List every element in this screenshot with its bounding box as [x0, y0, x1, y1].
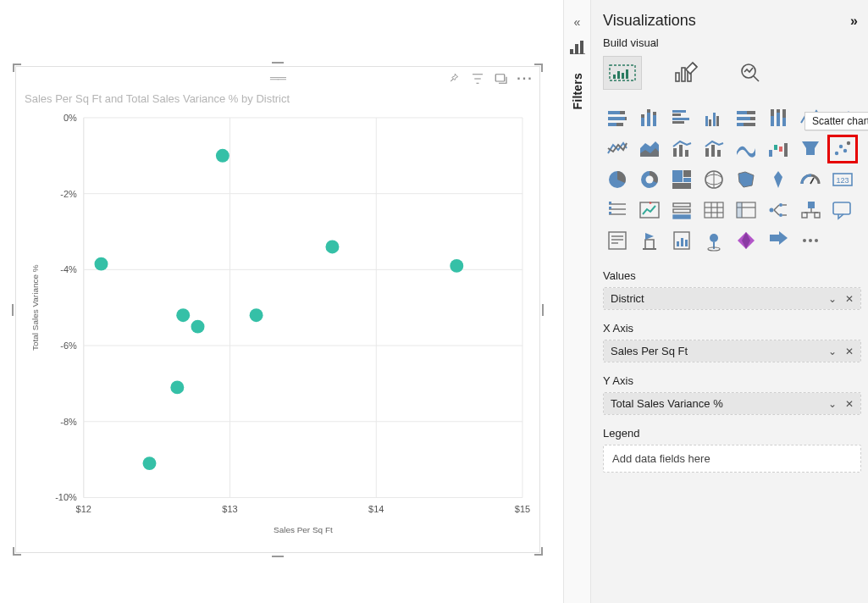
viz-type-gauge[interactable]: [796, 166, 825, 193]
viz-type-arcgis-map[interactable]: [699, 227, 728, 254]
viz-type-line-clustered[interactable]: [603, 136, 632, 163]
viz-type-clustered-column[interactable]: [699, 105, 728, 132]
svg-rect-29: [622, 73, 624, 79]
data-point[interactable]: [250, 308, 263, 322]
svg-point-114: [779, 203, 782, 207]
svg-rect-38: [620, 111, 625, 114]
collapse-pane-icon[interactable]: »: [850, 14, 858, 29]
viz-type-filled-map[interactable]: [732, 166, 760, 193]
remove-field-icon[interactable]: ✕: [845, 398, 854, 410]
data-point[interactable]: [176, 308, 190, 322]
data-point[interactable]: [216, 149, 229, 163]
viz-type-waterfall[interactable]: [764, 136, 793, 163]
svg-rect-110: [737, 202, 742, 218]
chevron-down-icon[interactable]: ⌄: [828, 293, 837, 305]
chevron-down-icon[interactable]: ⌄: [828, 346, 837, 357]
viz-type-slicer[interactable]: [667, 196, 696, 224]
viz-type-map[interactable]: [699, 166, 728, 193]
data-point[interactable]: [191, 320, 205, 334]
viz-type-key-influencers[interactable]: [796, 196, 825, 224]
viz-type-clustered-bar[interactable]: [667, 105, 696, 132]
data-point[interactable]: [450, 259, 463, 273]
svg-rect-74: [774, 145, 777, 150]
expand-filters-icon[interactable]: «: [574, 15, 581, 29]
focus-mode-icon[interactable]: [494, 71, 509, 86]
svg-text:-4%: -4%: [60, 264, 77, 274]
legend-label: Legend: [603, 427, 861, 440]
svg-rect-73: [769, 150, 772, 157]
viz-type-stacked-column[interactable]: [635, 105, 664, 132]
svg-text:$14: $14: [368, 504, 384, 514]
report-canvas[interactable]: ══ ··· Sales Per Sq Ft and Total Sales V…: [0, 0, 563, 603]
svg-rect-23: [575, 44, 578, 54]
filters-pane-collapsed[interactable]: « Filters: [563, 0, 590, 603]
viz-type-paginated-report[interactable]: [667, 227, 696, 254]
svg-text:0%: 0%: [64, 113, 77, 123]
svg-point-133: [710, 234, 718, 242]
pin-icon[interactable]: [446, 71, 462, 86]
viz-type-goals[interactable]: [635, 227, 664, 254]
viz-type-power-automate[interactable]: [764, 227, 793, 254]
data-point[interactable]: [325, 240, 339, 253]
xaxis-section: X Axis Sales Per Sq Ft ⌄✕: [603, 322, 861, 362]
viz-type-azure-map[interactable]: [764, 166, 793, 193]
scatter-chart[interactable]: 0%-2%-4%-6%-8%-10%$12$13$14$15Sales Per …: [25, 109, 531, 539]
yaxis-well[interactable]: Total Sales Variance % ⌄✕: [603, 392, 861, 415]
viz-type-multi-row-card[interactable]: [603, 196, 632, 224]
values-well[interactable]: District ⌄✕: [603, 287, 861, 310]
viz-type-ribbon[interactable]: [732, 136, 760, 163]
build-visual-tab[interactable]: [603, 56, 642, 90]
viz-type-smart-narrative[interactable]: [603, 227, 632, 254]
svg-point-111: [770, 208, 774, 213]
data-point[interactable]: [95, 257, 108, 271]
svg-rect-97: [609, 212, 611, 214]
viz-type-card[interactable]: 123: [828, 166, 857, 193]
viz-type-funnel[interactable]: [796, 136, 825, 163]
svg-rect-0: [495, 75, 505, 81]
viz-type-matrix[interactable]: [732, 196, 760, 224]
legend-section: Legend Add data fields here: [603, 427, 861, 473]
viz-type-scatter[interactable]: Scatter chart: [828, 136, 857, 163]
filter-icon[interactable]: [470, 71, 485, 86]
data-point[interactable]: [170, 380, 184, 394]
xaxis-field[interactable]: Sales Per Sq Ft: [611, 345, 688, 357]
viz-type-100-stacked-bar[interactable]: [732, 105, 760, 132]
svg-rect-86: [683, 178, 691, 182]
more-options-icon[interactable]: ···: [517, 71, 533, 86]
viz-type-power-apps[interactable]: [732, 227, 760, 254]
viz-type-kpi[interactable]: [635, 196, 664, 224]
viz-type-donut[interactable]: [635, 166, 664, 193]
values-field[interactable]: District: [611, 292, 644, 305]
viz-type-get-more-visuals[interactable]: [796, 227, 825, 254]
viz-type-pie[interactable]: [603, 166, 632, 193]
xaxis-well[interactable]: Sales Per Sq Ft ⌄✕: [603, 340, 861, 362]
visual-container[interactable]: ══ ··· Sales Per Sq Ft and Total Sales V…: [15, 66, 540, 553]
viz-type-stacked-bar[interactable]: [603, 105, 632, 132]
remove-field-icon[interactable]: ✕: [845, 346, 854, 357]
svg-rect-22: [570, 49, 573, 54]
viz-type-line-stacked-column[interactable]: [667, 136, 696, 163]
analytics-tab[interactable]: [732, 56, 771, 90]
svg-rect-56: [737, 111, 747, 114]
data-point[interactable]: [143, 456, 157, 470]
viz-type-decomposition-tree[interactable]: [764, 196, 793, 224]
viz-type-stacked-area[interactable]: [635, 136, 664, 163]
svg-rect-45: [647, 109, 650, 113]
svg-point-136: [809, 239, 812, 242]
viz-type-100-stacked-column[interactable]: [764, 105, 793, 132]
yaxis-field[interactable]: Total Sales Variance %: [611, 397, 723, 410]
chevron-down-icon[interactable]: ⌄: [828, 398, 837, 410]
format-visual-tab[interactable]: [667, 56, 706, 90]
viz-type-table[interactable]: [699, 196, 728, 224]
viz-type-line-clustered-column[interactable]: [699, 136, 728, 163]
legend-well[interactable]: Add data fields here: [603, 445, 861, 473]
viz-type-qna[interactable]: [828, 196, 857, 224]
svg-rect-27: [613, 75, 616, 79]
filters-icon[interactable]: [570, 41, 585, 58]
svg-rect-30: [626, 69, 628, 79]
svg-rect-69: [685, 150, 688, 157]
remove-field-icon[interactable]: ✕: [845, 293, 854, 305]
viz-type-treemap[interactable]: [667, 166, 696, 193]
drag-handle[interactable]: ══: [270, 71, 285, 85]
svg-rect-48: [672, 118, 689, 120]
